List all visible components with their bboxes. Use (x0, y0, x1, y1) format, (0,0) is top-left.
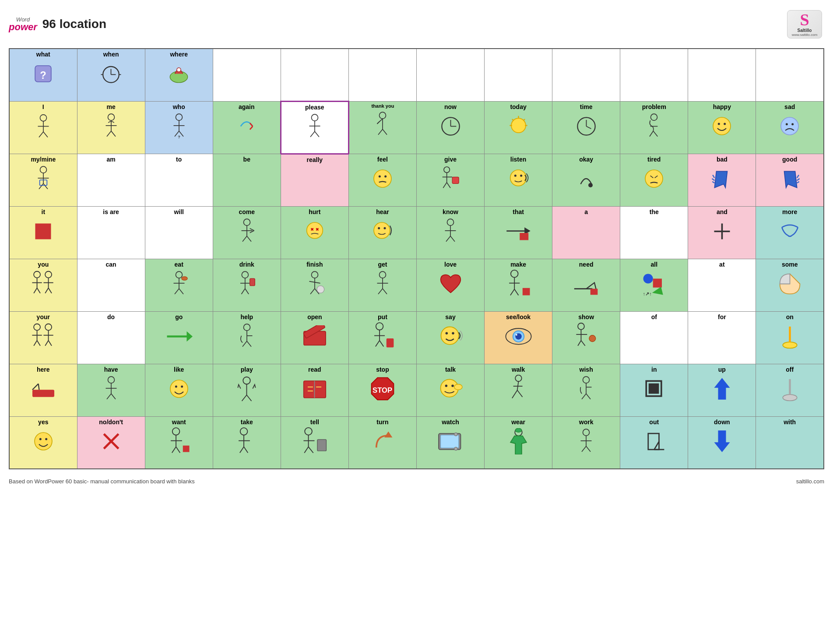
grid-cell[interactable]: who? (145, 101, 213, 154)
grid-cell[interactable]: happy (688, 101, 756, 154)
grid-cell[interactable]: finish (281, 259, 348, 311)
grid-cell[interactable]: to (145, 154, 213, 206)
grid-cell[interactable]: have (77, 364, 145, 416)
grid-cell[interactable]: read (281, 364, 348, 416)
grid-cell[interactable]: when (77, 49, 145, 101)
svg-rect-150 (590, 289, 598, 295)
grid-cell[interactable]: thank you (348, 101, 416, 154)
grid-cell[interactable]: feel (348, 154, 416, 206)
grid-cell[interactable]: know (416, 206, 484, 259)
grid-cell[interactable]: wish (552, 364, 620, 416)
grid-cell[interactable]: see/look (485, 311, 552, 364)
grid-cell[interactable]: my/mine (9, 154, 77, 206)
grid-cell[interactable]: sad (756, 101, 824, 154)
grid-cell[interactable] (281, 49, 348, 101)
grid-cell[interactable]: of (620, 311, 688, 364)
grid-cell[interactable]: it (9, 206, 77, 259)
grid-cell[interactable]: for (688, 311, 756, 364)
grid-cell[interactable]: tired (620, 154, 688, 206)
grid-cell[interactable]: down (688, 416, 756, 469)
grid-cell[interactable]: say (416, 311, 484, 364)
grid-cell[interactable]: come (213, 206, 281, 259)
grid-cell[interactable]: need (552, 259, 620, 311)
grid-cell[interactable]: take (213, 416, 281, 469)
grid-cell[interactable] (416, 49, 484, 101)
grid-cell[interactable]: on (756, 311, 824, 364)
grid-cell[interactable]: here (9, 364, 77, 416)
grid-cell[interactable]: tell (281, 416, 348, 469)
cell-icon: ? (146, 110, 212, 142)
grid-cell[interactable]: in (620, 364, 688, 416)
grid-cell[interactable]: make (485, 259, 552, 311)
grid-cell[interactable] (485, 49, 552, 101)
grid-cell[interactable]: love (416, 259, 484, 311)
grid-cell[interactable]: I (9, 101, 77, 154)
grid-cell[interactable]: off (756, 364, 824, 416)
grid-cell[interactable]: turn (348, 416, 416, 469)
grid-cell[interactable]: work (552, 416, 620, 469)
grid-cell[interactable]: time (552, 101, 620, 154)
grid-cell[interactable]: get (348, 259, 416, 311)
grid-cell[interactable]: really (281, 154, 348, 206)
grid-cell[interactable]: show (552, 311, 620, 364)
grid-cell[interactable]: will (145, 206, 213, 259)
grid-cell[interactable]: go (145, 311, 213, 364)
grid-cell[interactable]: bad (688, 154, 756, 206)
grid-cell[interactable]: out (620, 416, 688, 469)
grid-cell[interactable] (688, 49, 756, 101)
grid-cell[interactable]: yes (9, 416, 77, 469)
grid-cell[interactable]: problem (620, 101, 688, 154)
grid-cell[interactable]: the (620, 206, 688, 259)
grid-cell[interactable]: do (77, 311, 145, 364)
grid-cell[interactable] (213, 49, 281, 101)
grid-cell[interactable]: no/don't (77, 416, 145, 469)
grid-cell[interactable]: open (281, 311, 348, 364)
grid-cell[interactable]: watch (416, 416, 484, 469)
grid-cell[interactable]: where (145, 49, 213, 101)
grid-cell[interactable]: hear (348, 206, 416, 259)
grid-cell[interactable]: talk (416, 364, 484, 416)
grid-cell[interactable]: like (145, 364, 213, 416)
grid-cell[interactable]: your (9, 311, 77, 364)
grid-cell[interactable]: wear (485, 416, 552, 469)
grid-cell[interactable]: again (213, 101, 281, 154)
grid-cell[interactable]: is are (77, 206, 145, 259)
svg-point-160 (45, 324, 52, 331)
grid-cell[interactable]: all↑↗↑ (620, 259, 688, 311)
grid-cell[interactable]: can (77, 259, 145, 311)
grid-cell[interactable]: put (348, 311, 416, 364)
grid-cell[interactable]: am (77, 154, 145, 206)
grid-cell[interactable]: good (756, 154, 824, 206)
grid-cell[interactable]: want (145, 416, 213, 469)
grid-cell[interactable]: walk (485, 364, 552, 416)
grid-cell[interactable]: that (485, 206, 552, 259)
grid-cell[interactable]: a (552, 206, 620, 259)
grid-cell[interactable]: and (688, 206, 756, 259)
grid-cell[interactable] (552, 49, 620, 101)
grid-cell[interactable]: please (281, 101, 348, 154)
grid-cell[interactable]: listen (485, 154, 552, 206)
grid-cell[interactable] (348, 49, 416, 101)
grid-cell[interactable]: help (213, 311, 281, 364)
grid-cell[interactable]: with (756, 416, 824, 469)
grid-cell[interactable]: now (416, 101, 484, 154)
grid-cell[interactable]: eat (145, 259, 213, 311)
grid-cell[interactable]: you (9, 259, 77, 311)
grid-cell[interactable]: more (756, 206, 824, 259)
grid-cell[interactable]: stopSTOP (348, 364, 416, 416)
grid-cell[interactable]: today (485, 101, 552, 154)
grid-cell[interactable]: be (213, 154, 281, 206)
grid-cell[interactable]: play (213, 364, 281, 416)
grid-cell[interactable]: at (688, 259, 756, 311)
grid-cell[interactable] (756, 49, 824, 101)
grid-cell[interactable]: hurt (281, 206, 348, 259)
grid-cell[interactable]: drink (213, 259, 281, 311)
grid-cell[interactable]: some (756, 259, 824, 311)
cell-label: need (553, 261, 619, 268)
grid-cell[interactable]: okay (552, 154, 620, 206)
grid-cell[interactable]: give (416, 154, 484, 206)
grid-cell[interactable]: what? (9, 49, 77, 101)
grid-cell[interactable]: me (77, 101, 145, 154)
grid-cell[interactable]: up (688, 364, 756, 416)
grid-cell[interactable] (620, 49, 688, 101)
